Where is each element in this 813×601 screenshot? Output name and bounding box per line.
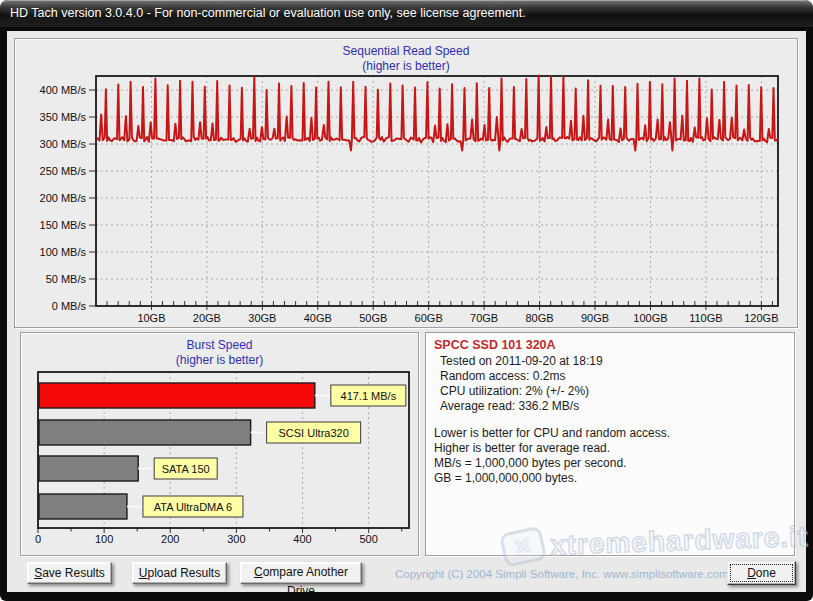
title-bar[interactable]: HD Tach version 3.0.4.0 - For non-commer… xyxy=(0,0,813,27)
svg-text:400 MB/s: 400 MB/s xyxy=(40,84,87,96)
sequential-chart-title: Sequential Read Speed xyxy=(15,44,797,59)
svg-text:70GB: 70GB xyxy=(470,312,498,324)
burst-chart-subtitle: (higher is better) xyxy=(21,353,418,368)
svg-text:0: 0 xyxy=(35,533,41,545)
hdtach-window: HD Tach version 3.0.4.0 - For non-commer… xyxy=(0,0,813,601)
drive-details: Tested on 2011-09-20 at 18:19Random acce… xyxy=(434,354,786,414)
done-button[interactable]: Done xyxy=(727,561,796,585)
upload-results-button[interactable]: Upload Results xyxy=(132,562,227,584)
benchmark-note-line: GB = 1,000,000,000 bytes. xyxy=(434,471,786,486)
svg-text:120GB: 120GB xyxy=(744,312,778,324)
svg-text:ATA UltraDMA 6: ATA UltraDMA 6 xyxy=(154,501,232,513)
benchmark-notes: Lower is better for CPU and random acces… xyxy=(434,426,786,486)
benchmark-note-line: Higher is better for average read. xyxy=(434,441,786,456)
benchmark-note-line: MB/s = 1,000,000 bytes per second. xyxy=(434,456,786,471)
save-results-button[interactable]: Save Results xyxy=(27,562,112,584)
svg-text:300 MB/s: 300 MB/s xyxy=(40,138,87,150)
drive-detail-line: Average read: 336.2 MB/s xyxy=(434,399,786,414)
drive-name: SPCC SSD 101 320A xyxy=(434,338,786,352)
svg-text:90GB: 90GB xyxy=(581,312,609,324)
drive-detail-line: CPU utilization: 2% (+/- 2%) xyxy=(434,384,786,399)
svg-text:100 MB/s: 100 MB/s xyxy=(40,246,87,258)
svg-text:0 MB/s: 0 MB/s xyxy=(52,300,87,312)
svg-text:400: 400 xyxy=(293,533,311,545)
window-content: Sequential Read Speed (higher is better)… xyxy=(7,31,806,592)
svg-text:50 MB/s: 50 MB/s xyxy=(46,273,87,285)
svg-text:30GB: 30GB xyxy=(248,312,276,324)
drive-info-panel: SPCC SSD 101 320A Tested on 2011-09-20 a… xyxy=(425,332,795,556)
sequential-chart-title-block: Sequential Read Speed (higher is better) xyxy=(15,44,797,74)
svg-text:417.1 MB/s: 417.1 MB/s xyxy=(341,390,397,402)
svg-text:200 MB/s: 200 MB/s xyxy=(40,192,87,204)
burst-chart-title: Burst Speed xyxy=(21,338,418,353)
svg-text:100GB: 100GB xyxy=(633,312,667,324)
svg-text:10GB: 10GB xyxy=(137,312,165,324)
burst-speed-panel: Burst Speed (higher is better) 010020030… xyxy=(20,332,419,556)
svg-text:SCSI Ultra320: SCSI Ultra320 xyxy=(278,427,348,439)
copyright-text: Copyright (C) 2004 Simpli Software, Inc.… xyxy=(395,568,725,580)
burst-chart-title-block: Burst Speed (higher is better) xyxy=(21,338,418,368)
svg-text:500: 500 xyxy=(359,533,377,545)
drive-detail-line: Random access: 0.2ms xyxy=(434,369,786,384)
svg-text:350 MB/s: 350 MB/s xyxy=(40,111,87,123)
svg-text:60GB: 60GB xyxy=(415,312,443,324)
svg-text:50GB: 50GB xyxy=(359,312,387,324)
drive-detail-line: Tested on 2011-09-20 at 18:19 xyxy=(434,354,786,369)
svg-text:150 MB/s: 150 MB/s xyxy=(40,219,87,231)
svg-text:300: 300 xyxy=(227,533,245,545)
svg-text:250 MB/s: 250 MB/s xyxy=(40,165,87,177)
sequential-read-panel: Sequential Read Speed (higher is better)… xyxy=(14,38,798,328)
svg-text:110GB: 110GB xyxy=(689,312,722,324)
sequential-read-chart: 0 MB/s50 MB/s100 MB/s150 MB/s200 MB/s250… xyxy=(15,39,797,327)
svg-text:20GB: 20GB xyxy=(193,312,221,324)
svg-text:40GB: 40GB xyxy=(304,312,332,324)
window-title: HD Tach version 3.0.4.0 - For non-commer… xyxy=(10,6,526,20)
svg-text:SATA 150: SATA 150 xyxy=(162,463,210,475)
sequential-chart-subtitle: (higher is better) xyxy=(15,59,797,74)
compare-another-drive-button[interactable]: Compare Another Drive xyxy=(240,562,362,584)
svg-text:80GB: 80GB xyxy=(526,312,554,324)
svg-text:200: 200 xyxy=(161,533,179,545)
svg-text:100: 100 xyxy=(95,533,113,545)
benchmark-note-line: Lower is better for CPU and random acces… xyxy=(434,426,786,441)
